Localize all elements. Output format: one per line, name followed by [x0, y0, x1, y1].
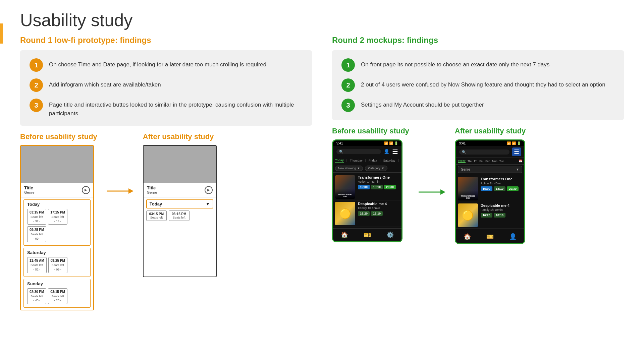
- phone-arrow: [413, 187, 451, 197]
- tab-friday[interactable]: Friday: [369, 159, 377, 162]
- wf-time-1715pm[interactable]: 17:15 PM Seats left - 14 -: [48, 209, 67, 225]
- wf-sun-time-0230pm[interactable]: 02:30 PM Seats left - 40 -: [27, 288, 46, 304]
- wf-sat-time-1145am[interactable]: 11:45 AM Seats left - 52 -: [27, 257, 47, 273]
- round1-heading: Round 1 low-fi prototype: findings: [20, 36, 312, 45]
- after-showtime-2030[interactable]: 20:30: [507, 186, 519, 191]
- transformers-info: Transformers One Action 1h 43min 15:00 1…: [358, 175, 399, 199]
- after-tab-tue[interactable]: Tue: [499, 160, 504, 163]
- after-bottom-home-icon[interactable]: 🏠: [464, 233, 471, 240]
- round2-finding-2-text: 2 out of 4 users were confused by Now Sh…: [361, 78, 605, 89]
- after-movie-despicable[interactable]: 🟡 Despicable me 4 Family 1h 10min 16:20 …: [456, 202, 524, 229]
- wf-today-section: Today 03:15 PM Seats left - 32 - 17:15 P…: [23, 199, 91, 246]
- wf-saturday-section: Saturday 11:45 AM Seats left - 52 - 09:2…: [23, 248, 91, 277]
- after-bottom-tickets-icon[interactable]: 🎫: [486, 233, 494, 240]
- phone-after-movie-list: TRANSFORMERSONE Transformers One Action …: [456, 174, 524, 230]
- after-showtime-despicable-1810[interactable]: 18:10: [494, 213, 505, 218]
- after-despicable-thumb: 🟡: [458, 203, 478, 227]
- tab-saturday[interactable]: Saturday: [383, 159, 395, 162]
- wf-after-title-line2: Genre: [147, 190, 157, 194]
- wf-after-dropdown-label: Today: [150, 201, 162, 206]
- wf-sat-time-0925pm[interactable]: 09:25 PM Seats left - 09 -: [48, 257, 67, 273]
- wireframe-before: Title Genre ▶ Today 03:15 PM Seats: [20, 145, 94, 310]
- bottom-settings-icon[interactable]: ⚙️: [386, 231, 394, 239]
- wf-after-play-button[interactable]: ▶: [205, 186, 213, 194]
- round2-finding-1: 1 On front page its not possible to choo…: [341, 58, 614, 72]
- status-time: 9:41: [336, 141, 343, 145]
- wf-after-title-area: Title Genre ▶: [144, 183, 216, 197]
- phone-before-search[interactable]: 🔍: [336, 149, 381, 154]
- wf-after-time-1[interactable]: 03:15 PM Seats left: [169, 210, 189, 221]
- wf-after-time-0[interactable]: 03:15 PM Seats left: [146, 210, 167, 221]
- after-tab-mon[interactable]: Mon: [492, 160, 497, 163]
- status-icons: 📶 📶 🔋: [384, 141, 398, 145]
- showtime-1810[interactable]: 18:10: [371, 185, 383, 189]
- phone-before-label: Before usability study: [332, 127, 409, 135]
- round2-panel: Round 2 mockups: findings 1 On front pag…: [332, 36, 624, 310]
- after-tab-fri[interactable]: Fri: [474, 160, 477, 163]
- profile-icon[interactable]: 👤: [384, 149, 389, 154]
- showtime-1500[interactable]: 15:00: [358, 185, 370, 189]
- wf-play-button[interactable]: ▶: [82, 186, 90, 194]
- wireframe-arrow: [101, 186, 140, 196]
- finding-3-num: 3: [30, 99, 43, 112]
- phone-after-nav: 🔍 ☰: [456, 146, 524, 158]
- finding-2-text: Add infogram which seat are available/ta…: [49, 78, 161, 89]
- phone-after-status: 9:41 📶 📶 🔋: [456, 140, 524, 146]
- phone-before-status: 9:41 📶 📶 🔋: [333, 140, 401, 146]
- after-status-time: 9:41: [459, 141, 466, 145]
- round2-finding-1-text: On front page its not possible to choose…: [361, 58, 549, 69]
- round2-findings-box: 1 On front page its not possible to choo…: [332, 50, 624, 120]
- after-bottom-profile-icon[interactable]: 👤: [509, 233, 517, 240]
- after-menu-icon[interactable]: ☰: [512, 147, 521, 156]
- menu-icon[interactable]: ☰: [392, 147, 398, 156]
- transformers-thumb: TRANSFORMERSONE: [335, 175, 355, 199]
- now-showing-filter[interactable]: Now showing ▼: [335, 166, 363, 171]
- showtime-2030[interactable]: 20:30: [384, 185, 396, 189]
- after-tab-sat[interactable]: Sat: [479, 160, 483, 163]
- after-tab-sun[interactable]: Sun: [485, 160, 490, 163]
- bottom-tickets-icon[interactable]: 🎫: [364, 231, 371, 239]
- phone-before-filters: Now showing ▼ Category ▼: [333, 164, 401, 173]
- despicable-info: Despicable me 4 Family 1h 10min 16:20 18…: [358, 202, 399, 225]
- tab-thursday[interactable]: Thursday: [350, 159, 363, 162]
- after-despicable-showtimes: 16:20 18:10: [481, 213, 522, 218]
- finding-1-text: On choose Time and Date page, if looking…: [49, 58, 266, 69]
- after-showtime-1810[interactable]: 18:10: [494, 186, 505, 191]
- showtime-despicable-1810[interactable]: 18:10: [371, 211, 383, 216]
- wf-sun-time-0315pm[interactable]: 03:15 PM Seats left - 25 -: [48, 288, 67, 304]
- wf-time-0925pm[interactable]: 09:25 PM Seats left - 09 -: [27, 226, 46, 242]
- phone-before-nav: 🔍 👤 ☰: [333, 146, 401, 157]
- wf-after-gray-image: [144, 146, 216, 183]
- calendar-icon[interactable]: 📅: [519, 160, 522, 163]
- phone-after-bottom-nav: 🏠 🎫 👤: [456, 230, 524, 243]
- phone-after-search[interactable]: 🔍: [459, 149, 509, 155]
- search-icon: 🔍: [339, 150, 343, 154]
- bottom-home-icon[interactable]: 🏠: [341, 231, 348, 239]
- category-filter[interactable]: Category ▼: [365, 166, 387, 171]
- after-tab-today[interactable]: Today: [458, 159, 466, 163]
- after-movie-transformers[interactable]: TRANSFORMERSONE Transformers One Action …: [456, 176, 524, 202]
- after-showtime-1500[interactable]: 15:00: [481, 186, 492, 191]
- phone-after-block: After usability study 9:41 📶 📶 🔋 🔍: [455, 127, 526, 244]
- wireframe-ba-row: Before usability study Title Genre ▶: [20, 132, 312, 310]
- round2-finding-1-num: 1: [341, 58, 355, 72]
- wf-saturday-times: 11:45 AM Seats left - 52 - 09:25 PM Seat…: [27, 257, 87, 273]
- after-showtime-despicable-1620[interactable]: 16:20: [481, 213, 492, 218]
- wf-after-dropdown[interactable]: Today ▼: [146, 199, 213, 208]
- phone-before-movie-list: TRANSFORMERSONE Transformers One Action …: [333, 173, 401, 228]
- showtime-despicable-1620[interactable]: 16:20: [358, 211, 370, 216]
- wf-gray-image: [21, 146, 93, 183]
- phone-before-bottom-nav: 🏠 🎫 ⚙️: [333, 228, 401, 241]
- wf-time-0315pm[interactable]: 03:15 PM Seats left - 32 -: [27, 209, 46, 225]
- movie-item-despicable[interactable]: 🟡 Despicable me 4 Family 1h 10min 16:20 …: [333, 200, 401, 227]
- finding-2-num: 2: [30, 78, 43, 92]
- phone-before-mockup: 9:41 📶 📶 🔋 🔍 👤 ☰: [332, 139, 402, 242]
- wireframe-after-label: After usability study: [143, 132, 217, 141]
- tab-today[interactable]: Today: [335, 159, 344, 163]
- phone-before-tabs: Today | Thursday | Friday | Saturday | S…: [333, 157, 401, 164]
- movie-item-transformers[interactable]: TRANSFORMERSONE Transformers One Action …: [333, 174, 401, 200]
- genre-dropdown[interactable]: Genre ▼: [458, 166, 522, 173]
- after-tab-thu[interactable]: Thu: [468, 160, 472, 163]
- finding-1: 1 On choose Time and Date page, if looki…: [30, 58, 303, 72]
- round2-finding-3-num: 3: [341, 99, 355, 112]
